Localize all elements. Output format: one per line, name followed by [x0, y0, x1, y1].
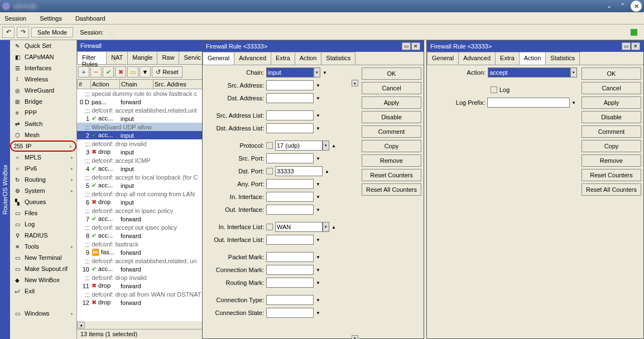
redo-button[interactable]: ↷: [17, 27, 29, 38]
enable-button[interactable]: ✔: [103, 66, 114, 78]
sidebar-item-new-winbox[interactable]: ◆New WinBox: [10, 274, 76, 285]
expand-icon[interactable]: ▼: [315, 193, 321, 200]
dropdown-icon[interactable]: ▾: [323, 141, 329, 151]
apply-button[interactable]: Apply: [581, 96, 641, 109]
sidebar-item-bridge[interactable]: ⊞Bridge: [10, 96, 76, 107]
tab-statistics[interactable]: Statistics: [545, 52, 580, 65]
remove-button[interactable]: −: [90, 66, 102, 78]
menu-dashboard[interactable]: Dashboard: [73, 14, 108, 23]
expand-icon[interactable]: ▼: [315, 236, 321, 243]
sidebar-item-radius[interactable]: ⚲RADIUS: [10, 230, 76, 241]
col-action[interactable]: Action: [91, 80, 120, 89]
sidebar-item-routing[interactable]: ↻Routing▸: [10, 174, 76, 185]
field-input[interactable]: [266, 80, 314, 90]
disable-button[interactable]: ✖: [115, 66, 126, 78]
reset-counters-button[interactable]: Reset Counters: [581, 169, 641, 181]
sidebar-item-quick-set[interactable]: ✎Quick Set: [10, 40, 76, 51]
table-row[interactable]: 8 ✔ acc...forward: [77, 231, 205, 240]
table-row[interactable]: 4 ✔ acc...input: [77, 164, 205, 173]
field-input[interactable]: [266, 123, 314, 133]
tab-advanced[interactable]: Advanced: [458, 52, 496, 65]
sidebar-item-exit[interactable]: ⮐Exit: [10, 285, 76, 297]
sidebar-item-tools[interactable]: ✕Tools▸: [10, 241, 76, 252]
invert-checkbox[interactable]: [266, 224, 273, 230]
disable-button[interactable]: Disable: [581, 111, 641, 123]
table-row[interactable]: 10 ✔ acc...forward: [77, 265, 205, 273]
reset-all-counters-button[interactable]: Reset All Counters: [581, 183, 641, 196]
ok-button[interactable]: OK: [362, 67, 421, 80]
rule-comment[interactable]: ;;; WireGuard UDP allow: [77, 123, 205, 131]
expand-icon[interactable]: ▼: [315, 309, 321, 316]
cancel-button[interactable]: Cancel: [581, 82, 641, 94]
dropdown-icon[interactable]: ▾: [323, 222, 329, 232]
dropdown-icon[interactable]: ▾: [314, 67, 320, 78]
tab-extra[interactable]: Extra: [271, 52, 295, 65]
dropdown-icon[interactable]: ▾: [570, 67, 577, 78]
expand-icon[interactable]: ▼: [315, 206, 321, 213]
field-input[interactable]: [266, 153, 314, 163]
invert-checkbox[interactable]: [266, 168, 273, 175]
field-input[interactable]: [275, 141, 323, 151]
dialog-close-icon[interactable]: ✕: [411, 42, 420, 50]
expand-icon[interactable]: ▼: [315, 112, 321, 119]
comment-button[interactable]: Comment: [362, 125, 421, 138]
safemode-button[interactable]: Safe Mode: [31, 27, 73, 37]
table-row[interactable]: 5 ✔ acc...input: [77, 181, 205, 190]
close-icon[interactable]: ✕: [631, 1, 642, 12]
expand-icon[interactable]: ▲: [330, 142, 337, 149]
sidebar-item-mpls[interactable]: ○MPLS▸: [10, 152, 76, 163]
table-row[interactable]: 7 ✔ acc...forward: [77, 215, 205, 223]
rule-comment[interactable]: ;;; defconf: fasttrack: [77, 240, 205, 248]
sidebar-item-ip[interactable]: 255IP▸: [10, 141, 76, 152]
remove-button[interactable]: Remove: [581, 154, 641, 167]
rule-comment[interactable]: ;;; special dummy rule to show fasttrack…: [77, 89, 205, 98]
rule-comment[interactable]: ;;; defconf: accept ICMP: [77, 156, 205, 164]
reset-all-counters-button[interactable]: Reset All Counters: [362, 183, 421, 196]
expand-icon[interactable]: ▼: [321, 69, 328, 76]
sidebar-item-ppp[interactable]: ≡PPP: [10, 107, 76, 118]
field-input[interactable]: [266, 110, 314, 120]
sidebar-item-mesh[interactable]: ⬡Mesh: [10, 129, 76, 141]
sidebar-item-new-terminal[interactable]: ▭New Terminal: [10, 252, 76, 263]
copy-button[interactable]: Copy: [581, 140, 641, 152]
expand-icon[interactable]: ▼: [315, 82, 321, 89]
undo-button[interactable]: ↶: [2, 27, 15, 38]
remove-button[interactable]: Remove: [362, 154, 421, 167]
sidebar-item-windows[interactable]: ▭Windows▸: [10, 308, 76, 319]
field-input[interactable]: [266, 67, 314, 78]
field-input[interactable]: [266, 179, 314, 189]
expand-icon[interactable]: ▲: [324, 168, 330, 175]
sidebar-item-interfaces[interactable]: ☰Interfaces: [10, 62, 76, 74]
col-num[interactable]: #: [78, 80, 91, 89]
table-row[interactable]: 0 D pas...forward: [77, 98, 205, 106]
expand-icon[interactable]: ▼: [315, 95, 321, 101]
sidebar-item-wireless[interactable]: ⟟Wireless: [10, 74, 76, 85]
rule-comment[interactable]: ;;; defconf: accept established,related,…: [77, 106, 205, 114]
tab-mangle[interactable]: Mangle: [127, 51, 157, 64]
filter-button[interactable]: ▼: [140, 66, 151, 78]
add-button[interactable]: +: [78, 66, 89, 78]
tab-statistics[interactable]: Statistics: [321, 52, 355, 65]
col-src[interactable]: Src. Addres: [153, 80, 205, 89]
expand-icon[interactable]: ▲: [330, 224, 337, 230]
menu-session[interactable]: Session: [2, 14, 28, 23]
table-row[interactable]: 11 ✖ dropforward: [77, 282, 205, 290]
rule-comment[interactable]: ;;; defconf: accept established,related,…: [77, 256, 205, 265]
expand-icon[interactable]: ▼: [571, 99, 577, 106]
copy-button[interactable]: Copy: [362, 140, 421, 152]
tab-filter-rules[interactable]: Filter Rules: [77, 51, 107, 64]
rule-comment[interactable]: ;;; defconf: drop all not coming from LA…: [77, 190, 205, 198]
invert-checkbox[interactable]: [266, 142, 273, 149]
comment-button[interactable]: ▭: [127, 66, 138, 78]
table-row[interactable]: 9 ⏩ fas...forward: [77, 248, 205, 256]
grid-body[interactable]: ;;; special dummy rule to show fasttrack…: [77, 89, 205, 323]
dialog-title[interactable]: Firewall Rule <33333> ▭ ✕: [203, 41, 424, 52]
sidebar-item-capsman[interactable]: ◧CAPsMAN: [10, 51, 76, 62]
sidebar-item-queues[interactable]: ▚Queues: [10, 196, 76, 207]
reset-counters-button[interactable]: Reset Counters: [362, 169, 421, 181]
sidebar-item-make-supout-rif[interactable]: ▭Make Supout.rif: [10, 263, 76, 274]
table-row[interactable]: 12 ✖ dropforward: [77, 298, 205, 307]
tab-extra[interactable]: Extra: [495, 52, 520, 65]
sidebar-item-log[interactable]: ▭Log: [10, 219, 76, 230]
rule-comment[interactable]: ;;; defconf: accept out ipsec policy: [77, 223, 205, 231]
